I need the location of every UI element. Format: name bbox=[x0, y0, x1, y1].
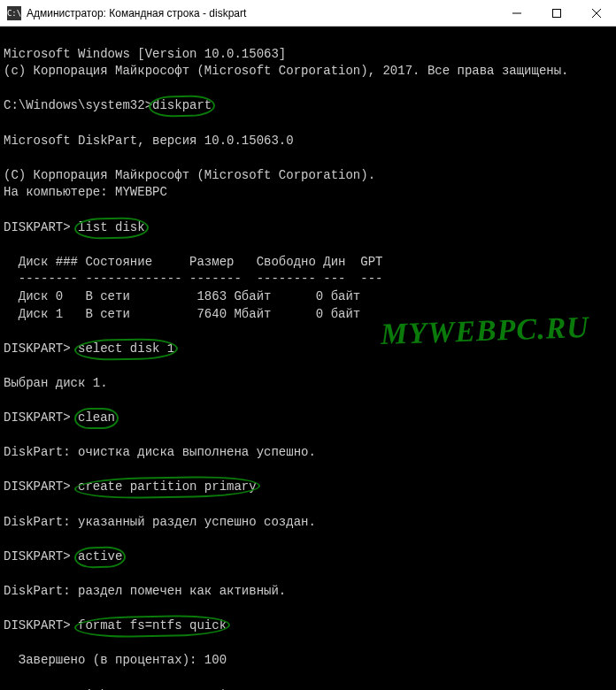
cmd-clean: clean bbox=[78, 410, 115, 427]
app-icon: C:\ bbox=[7, 6, 21, 20]
cmd-active: active bbox=[78, 548, 122, 566]
maximize-button[interactable] bbox=[536, 0, 576, 26]
maximize-icon bbox=[552, 9, 561, 18]
cmd-diskpart: diskpart bbox=[152, 97, 212, 115]
prompt-path: C:\Windows\system32> bbox=[4, 98, 152, 112]
terminal-output[interactable]: Microsoft Windows [Version 10.0.15063] (… bbox=[0, 27, 616, 690]
diskpart-prompt: DISKPART> bbox=[4, 220, 78, 234]
output-line: DiskPart: раздел помечен как активный. bbox=[4, 584, 286, 598]
diskpart-prompt: DISKPART> bbox=[4, 410, 78, 425]
output-line: (c) Корпорация Майкрософт (Microsoft Cor… bbox=[4, 64, 569, 78]
prompt-line: DISKPART> create partition primary bbox=[4, 479, 257, 494]
cmd-list-disk: list disk bbox=[78, 219, 145, 237]
watermark-text: MYWEBPC.RU bbox=[380, 306, 589, 356]
prompt-line: DISKPART> clean bbox=[4, 410, 115, 425]
prompt-line: DISKPART> select disk 1 bbox=[4, 341, 174, 356]
svg-rect-1 bbox=[552, 9, 560, 17]
prompt-line: DISKPART> list disk bbox=[4, 220, 145, 234]
output-line: Выбран диск 1. bbox=[4, 376, 108, 390]
diskpart-prompt: DISKPART> bbox=[4, 618, 78, 632]
cmd-select-disk: select disk 1 bbox=[78, 341, 174, 358]
cmd-format: format fs=ntfs quick bbox=[78, 617, 227, 635]
output-line: DiskPart: очистка диска выполнена успешн… bbox=[4, 445, 316, 459]
output-line: Завершено (в процентах): 100 bbox=[4, 653, 227, 667]
table-separator: -------- ------------- ------- -------- … bbox=[4, 272, 382, 286]
prompt-line: DISKPART> format fs=ntfs quick bbox=[4, 618, 227, 632]
table-row: Диск 0 В сети 1863 Gбайт 0 байт bbox=[4, 289, 360, 303]
window-title: Администратор: Командная строка - diskpa… bbox=[27, 7, 497, 19]
table-row: Диск 1 В сети 7640 Мбайт 0 байт bbox=[4, 307, 360, 321]
minimize-button[interactable] bbox=[497, 0, 536, 26]
output-line: Microsoft DiskPart, версия 10.0.15063.0 bbox=[4, 134, 294, 148]
output-line: Microsoft Windows [Version 10.0.15063] bbox=[4, 47, 286, 61]
table-header: Диск ### Состояние Размер Свободно Дин G… bbox=[4, 255, 382, 269]
output-line: На компьютере: MYWEBPC bbox=[4, 185, 167, 199]
prompt-line: DISKPART> active bbox=[4, 549, 122, 564]
output-line: (C) Корпорация Майкрософт (Microsoft Cor… bbox=[4, 168, 375, 182]
diskpart-prompt: DISKPART> bbox=[4, 549, 78, 564]
diskpart-prompt: DISKPART> bbox=[4, 341, 78, 356]
cmd-create-partition: create partition primary bbox=[78, 479, 257, 496]
window-titlebar: C:\ Администратор: Командная строка - di… bbox=[0, 0, 616, 27]
minimize-icon bbox=[512, 9, 521, 18]
output-line: DiskPart: указанный раздел успешно созда… bbox=[4, 515, 316, 529]
close-button[interactable] bbox=[576, 0, 616, 26]
close-icon bbox=[592, 9, 601, 18]
window-controls bbox=[497, 0, 616, 26]
diskpart-prompt: DISKPART> bbox=[4, 479, 78, 494]
prompt-line: C:\Windows\system32>diskpart bbox=[4, 98, 212, 112]
